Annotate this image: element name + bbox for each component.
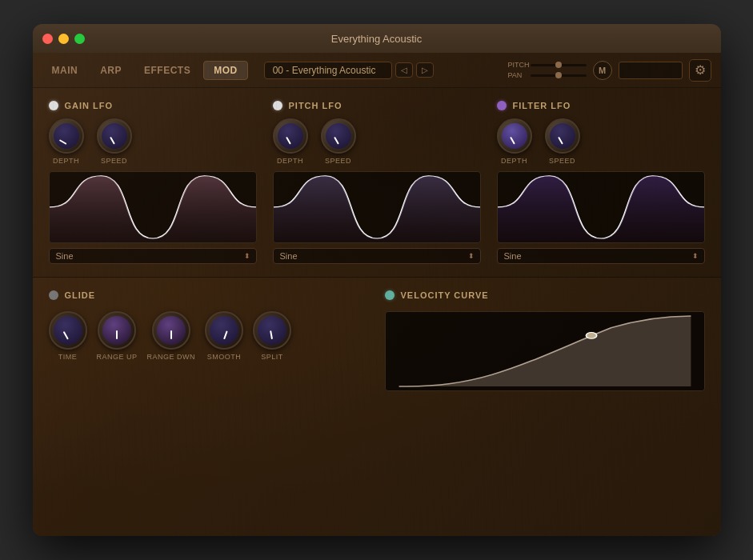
glide-range-up-inner	[102, 316, 131, 345]
toolbar: MAIN ARP EFFECTS MOD 00 - Everything Aco…	[33, 53, 721, 88]
tab-arp[interactable]: ARP	[90, 62, 131, 79]
gain-depth-marker	[58, 139, 66, 145]
velocity-display	[385, 311, 705, 391]
gain-wave-select[interactable]: Sine Triangle Square Sawtooth Random	[49, 248, 257, 264]
traffic-lights	[42, 34, 85, 44]
gain-wave-display	[49, 171, 257, 243]
maximize-button[interactable]	[74, 34, 85, 44]
gain-speed-knob-inner	[102, 123, 127, 149]
pitch-wave-select[interactable]: Sine Triangle Square Sawtooth Random	[273, 248, 481, 264]
pitch-slider[interactable]	[531, 64, 587, 66]
glide-time-inner	[54, 316, 82, 345]
filter-wave-display	[497, 171, 705, 243]
pan-slider[interactable]	[531, 74, 587, 77]
glide-led[interactable]	[49, 290, 58, 300]
tab-main[interactable]: MAIN	[42, 62, 88, 79]
glide-split-marker	[270, 330, 273, 339]
close-button[interactable]	[42, 34, 53, 44]
glide-time-group: TIME	[49, 311, 87, 361]
velocity-svg	[386, 312, 704, 390]
preset-prev-button[interactable]: ◁	[395, 62, 413, 78]
pitch-speed-group: SPEED	[321, 118, 356, 165]
preset-name: 00 - Everything Acoustic	[264, 62, 392, 79]
right-controls: PITCH PAN M ⚙	[508, 59, 711, 82]
glide-split-group: SPLIT	[253, 311, 291, 361]
glide-split-label: SPLIT	[261, 353, 283, 361]
filter-lfo-led[interactable]	[497, 101, 507, 110]
glide-range-dwn-marker	[170, 330, 172, 339]
filter-depth-group: DEPTH	[497, 118, 532, 165]
glide-title: GLIDE	[65, 290, 96, 300]
filter-depth-knob[interactable]	[497, 118, 532, 154]
gain-depth-knob[interactable]	[49, 118, 84, 154]
glide-smooth-inner	[210, 316, 238, 345]
pitch-lfo-led[interactable]	[273, 101, 282, 110]
glide-time-knob[interactable]	[49, 311, 87, 350]
tab-mod[interactable]: MOD	[203, 61, 248, 80]
velocity-block: VELOCITY CURVE	[385, 290, 705, 391]
filter-lfo-title: FILTER LFO	[513, 101, 571, 110]
titlebar: Everything Acoustic	[33, 24, 721, 53]
lfo-grid: GAIN LFO DEPTH	[49, 101, 705, 264]
pitch-lfo-knobs: DEPTH SPEED	[273, 118, 481, 165]
main-window: Everything Acoustic MAIN ARP EFFECTS MOD…	[33, 24, 721, 536]
pitch-speed-marker	[334, 137, 339, 145]
gain-wave-dropdown-wrapper: Sine Triangle Square Sawtooth Random ⬍	[49, 248, 257, 264]
glide-header: GLIDE	[49, 290, 369, 300]
glide-range-up-label: RANGE UP	[97, 353, 138, 361]
main-content: MAIN ARP EFFECTS MOD 00 - Everything Aco…	[33, 53, 721, 536]
preset-selector: 00 - Everything Acoustic ◁ ▷	[264, 62, 434, 79]
pitch-speed-label: SPEED	[325, 157, 351, 165]
lfo-section: GAIN LFO DEPTH	[33, 88, 721, 278]
pan-label: PAN	[508, 71, 527, 79]
gain-lfo-led[interactable]	[49, 101, 58, 110]
glide-range-up-marker	[116, 330, 118, 339]
gain-wave-svg	[50, 172, 256, 242]
filter-wave-select[interactable]: Sine Triangle Square Sawtooth Random	[497, 248, 705, 264]
gear-icon: ⚙	[695, 62, 706, 78]
glide-range-up-knob[interactable]	[98, 311, 136, 350]
glide-velocity-section: GLIDE TIME	[33, 278, 721, 536]
pitch-wave-dropdown-wrapper: Sine Triangle Square Sawtooth Random ⬍	[273, 248, 481, 264]
glide-time-label: TIME	[58, 353, 78, 361]
glide-range-up-group: RANGE UP	[97, 311, 138, 361]
filter-lfo-header: FILTER LFO	[497, 101, 705, 110]
glide-time-marker	[62, 331, 68, 340]
pitch-lfo-title: PITCH LFO	[289, 101, 342, 110]
pitch-speed-knob[interactable]	[321, 118, 356, 154]
pan-thumb	[555, 72, 562, 78]
velocity-led[interactable]	[385, 290, 395, 300]
filter-wave-svg	[498, 172, 704, 242]
gain-speed-label: SPEED	[101, 157, 127, 165]
pitch-depth-label: DEPTH	[277, 157, 303, 165]
pitch-depth-knob[interactable]	[273, 118, 308, 154]
m-button[interactable]: M	[593, 61, 612, 80]
glide-split-knob[interactable]	[253, 311, 291, 350]
pitch-row: PITCH	[508, 61, 587, 69]
glide-velocity-grid: GLIDE TIME	[49, 290, 705, 391]
filter-speed-marker	[558, 137, 563, 145]
gain-depth-group: DEPTH	[49, 118, 84, 165]
gain-lfo-block: GAIN LFO DEPTH	[49, 101, 257, 264]
glide-range-dwn-knob[interactable]	[152, 311, 190, 350]
glide-knobs: TIME RANGE UP	[49, 311, 369, 361]
pitch-label: PITCH	[508, 61, 527, 69]
gain-speed-knob[interactable]	[97, 118, 132, 154]
velocity-header: VELOCITY CURVE	[385, 290, 705, 300]
filter-speed-label: SPEED	[549, 157, 575, 165]
filter-speed-knob[interactable]	[545, 118, 580, 154]
preset-next-button[interactable]: ▷	[416, 62, 434, 78]
gear-button[interactable]: ⚙	[689, 59, 711, 82]
gain-lfo-title: GAIN LFO	[65, 101, 114, 110]
velocity-title: VELOCITY CURVE	[401, 290, 489, 300]
glide-smooth-knob[interactable]	[205, 311, 243, 350]
minimize-button[interactable]	[58, 34, 69, 44]
gain-speed-group: SPEED	[97, 118, 132, 165]
value-display	[619, 62, 683, 79]
filter-lfo-block: FILTER LFO DEPTH	[497, 101, 705, 264]
pitch-thumb	[555, 62, 562, 68]
filter-depth-marker	[510, 137, 515, 145]
tab-effects[interactable]: EFFECTS	[134, 62, 200, 79]
pitch-depth-inner	[278, 123, 303, 149]
glide-range-dwn-inner	[157, 316, 186, 345]
